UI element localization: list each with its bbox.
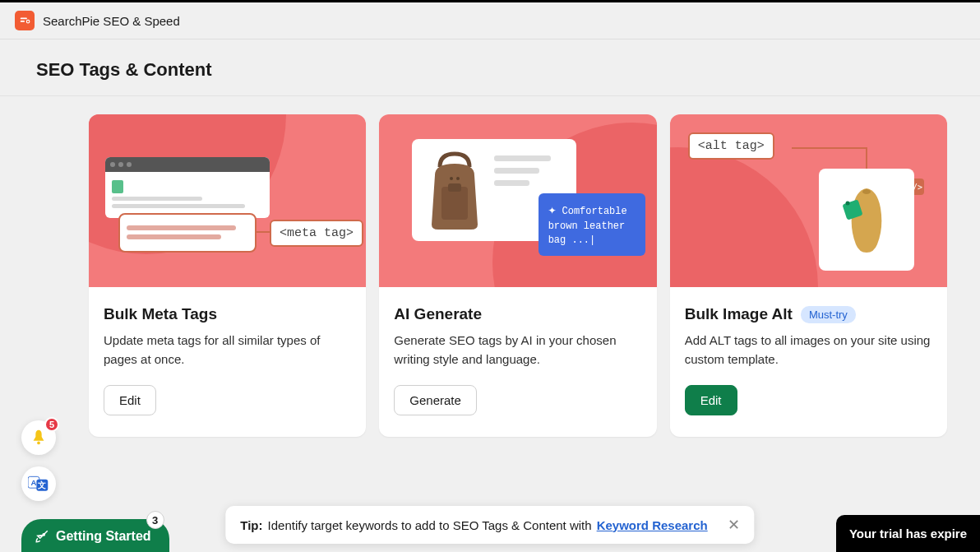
card-desc: Generate SEO tags by AI in your chosen w… (394, 332, 641, 369)
bell-icon (30, 429, 48, 447)
card-illustration: <alt tag> </> (670, 114, 947, 287)
svg-point-2 (26, 20, 30, 23)
card-illustration: ✦ Comfortable brown leather bag ...| (379, 114, 656, 287)
svg-point-6 (456, 177, 460, 180)
alt-tag-label: <alt tag> (688, 132, 774, 160)
page-title: SEO Tags & Content (0, 39, 980, 96)
card-title-row: Bulk Image Alt Must-try (685, 305, 932, 323)
generate-button[interactable]: Generate (394, 385, 477, 415)
rocket-icon (35, 529, 49, 544)
app-icon (15, 11, 35, 30)
svg-rect-4 (448, 183, 461, 192)
ai-bubble-text: Comfortable brown leather bag ...| (548, 206, 627, 246)
card-title: Bulk Meta Tags (104, 305, 351, 323)
translate-icon: A 文 (28, 475, 49, 493)
notification-button[interactable]: 5 (21, 420, 56, 455)
card-illustration: <meta tag> (89, 114, 366, 287)
svg-text:A: A (30, 478, 36, 487)
card-title: Bulk Image Alt (685, 305, 793, 323)
cards-row: <meta tag> Bulk Meta Tags Update meta ta… (0, 96, 980, 437)
card-ai-generate: ✦ Comfortable brown leather bag ...| AI … (379, 114, 656, 437)
svg-rect-0 (21, 18, 27, 20)
sparkle-icon: ✦ (548, 203, 557, 218)
card-title: AI Generate (394, 305, 641, 323)
trial-expired-banner[interactable]: Your trial has expire (836, 515, 980, 552)
getting-started-label: Getting Started (56, 529, 151, 544)
tip-text: Identify target keywords to add to SEO T… (268, 518, 592, 532)
svg-point-10 (37, 442, 40, 445)
tip-bar: Tip: Identify target keywords to add to … (225, 506, 754, 544)
getting-started-count: 3 (146, 511, 164, 529)
svg-text:文: 文 (37, 480, 46, 489)
product-thumbnail (819, 169, 914, 271)
app-header: SearchPie SEO & Speed (0, 2, 980, 39)
must-try-badge: Must-try (801, 306, 856, 323)
svg-point-9 (845, 202, 849, 206)
close-icon[interactable]: ✕ (728, 516, 740, 534)
app-name: SearchPie SEO & Speed (43, 14, 180, 28)
card-desc: Update meta tags for all similar types o… (104, 332, 351, 369)
svg-point-7 (862, 189, 871, 194)
ai-bubble: ✦ Comfortable brown leather bag ...| (539, 193, 645, 256)
edit-button[interactable]: Edit (685, 385, 737, 415)
edit-button[interactable]: Edit (104, 385, 156, 415)
notification-count: 5 (44, 417, 59, 432)
card-bulk-meta-tags: <meta tag> Bulk Meta Tags Update meta ta… (89, 114, 366, 437)
card-desc: Add ALT tags to all images on your site … (685, 332, 932, 369)
svg-point-15 (43, 534, 44, 536)
svg-point-5 (450, 177, 453, 180)
card-bulk-image-alt: <alt tag> </> Bulk Image Alt Must-try Ad… (670, 114, 947, 437)
getting-started-button[interactable]: Getting Started 3 (21, 519, 169, 552)
tip-label: Tip: (240, 518, 262, 532)
language-button[interactable]: A 文 (21, 466, 56, 501)
keyword-research-link[interactable]: Keyword Research (597, 518, 708, 532)
svg-rect-1 (21, 21, 25, 22)
meta-tag-label: <meta tag> (270, 220, 363, 247)
